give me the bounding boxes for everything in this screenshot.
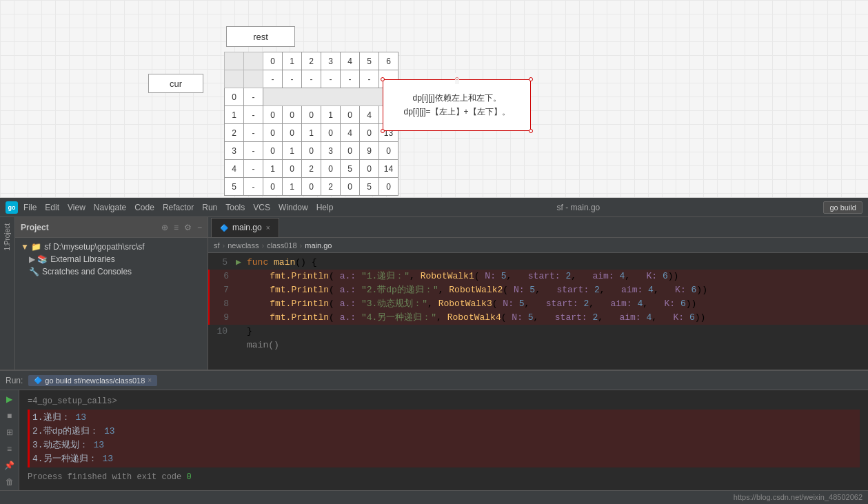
panel-icon-globe[interactable]: ⊕	[161, 223, 168, 232]
menu-bar: File Edit View Navigate Code Refactor Ru…	[23, 203, 333, 212]
menu-refactor[interactable]: Refactor	[163, 203, 194, 212]
rest-label: rest	[253, 32, 268, 42]
process-finished-line: Process finished with exit code 0	[28, 470, 860, 484]
go-build-button[interactable]: go build	[823, 201, 862, 214]
breadcrumb-file: main.go	[305, 241, 332, 250]
ide-area: go File Edit View Navigate Code Refactor…	[0, 198, 868, 504]
run-panel: Run: 🔷 go build sf/newclass/class018 × ▶…	[0, 370, 868, 490]
output-header: =4_go_setup_calls>	[28, 394, 860, 408]
breadcrumb-sf: sf	[214, 241, 220, 250]
tree-label-sf: sf D:\mysetup\gopath\src\sf	[44, 242, 144, 252]
breadcrumb-class018: class018	[267, 241, 296, 250]
diagram-area: rest cur 0123456 ------- 0- 1- 000104	[0, 0, 868, 198]
code-line-6: 6 fmt.Println( a.: "1.递归：", RobotWalk1( …	[208, 270, 868, 283]
menu-code[interactable]: Code	[134, 203, 154, 212]
code-tab-main[interactable]: 🔷 main.go ×	[211, 218, 279, 237]
code-line-9: 9 fmt.Println( a.: "4.另一种递归：", RobotWalk…	[208, 311, 868, 325]
breadcrumb: sf › newclass › class018 › main.go	[208, 238, 868, 253]
project-panel: Project ⊕ ≡ ⚙ − ▼ 📁 sf D:\mysetup\gopath…	[15, 217, 208, 370]
run-tab[interactable]: 🔷 go build sf/newclass/class018 ×	[28, 375, 157, 386]
dp-table: 0123456 ------- 0- 1- 0001040 2- 0010401…	[224, 52, 398, 196]
tab-bar: 🔷 main.go ×	[208, 217, 868, 238]
breadcrumb-newclass: newclass	[228, 241, 259, 250]
menu-help[interactable]: Help	[316, 203, 334, 212]
code-line-10: 10 }	[208, 325, 868, 339]
menu-window[interactable]: Window	[279, 203, 308, 212]
cur-label: cur	[170, 79, 182, 89]
tab-label-main: main.go	[232, 223, 262, 232]
project-tab-label[interactable]: 1:Project	[2, 221, 12, 253]
code-content[interactable]: 5 ▶ func main() { 6 fmt.Println( a.: "1.…	[208, 253, 868, 370]
code-line-7: 7 fmt.Println( a.: "2.带dp的递归：", RobotWal…	[208, 283, 868, 297]
run-output: =4_go_setup_calls> 1.递归： 13 2.带dp的递归： 13…	[19, 390, 868, 490]
title-bar: go File Edit View Navigate Code Refactor…	[0, 198, 868, 217]
run-tab-icon: 🔷	[34, 376, 42, 384]
run-tab-label: go build sf/newclass/class018	[45, 376, 145, 385]
code-line-5: 5 ▶ func main() {	[208, 256, 868, 270]
panel-icon-minus[interactable]: −	[197, 223, 202, 232]
tab-close-icon[interactable]: ×	[266, 224, 270, 232]
tree-label-scratches: Scratches and Consoles	[42, 267, 132, 276]
code-line-8: 8 fmt.Println( a.: "3.动态规划：", RobotWalk3…	[208, 297, 868, 311]
bottom-status-bar: https://blog.csdn.net/weixin_48502062	[0, 490, 868, 504]
ide-title: sf - main.go	[339, 203, 818, 212]
run-sidebar: ▶ ■ ⊞ ≡ 📌 🗑	[0, 390, 19, 490]
output-line-2: 2.带dp的递归： 13	[32, 425, 857, 439]
rest-box: rest	[226, 26, 295, 47]
ide-main: 1:Project Project ⊕ ≡ ⚙ − ▼ 📁 sf D:\myse…	[0, 217, 868, 370]
tree-item-scratches[interactable]: 🔧 Scratches and Consoles	[15, 265, 208, 278]
menu-file[interactable]: File	[23, 203, 37, 212]
menu-edit[interactable]: Edit	[45, 203, 59, 212]
cur-box: cur	[148, 74, 203, 93]
code-line-func-label: main()	[208, 339, 868, 352]
code-area: 🔷 main.go × sf › newclass › class018 › m…	[208, 217, 868, 370]
panel-icon-filter[interactable]: ≡	[174, 223, 179, 232]
go-logo: go	[6, 201, 18, 214]
run-stop-button[interactable]: ■	[3, 410, 16, 422]
run-play-button[interactable]: ▶	[3, 393, 16, 405]
go-file-icon: 🔷	[220, 224, 228, 232]
project-tree: ▼ 📁 sf D:\mysetup\gopath\src\sf ▶ 📚 Exte…	[15, 238, 208, 370]
annotation-line1: dp[i][j]依赖左上和左下。	[412, 92, 501, 105]
annotation-box: dp[i][j]依赖左上和左下。 dp[i][j]=【左上】+【左下】。	[383, 79, 531, 131]
run-pin-button[interactable]: 📌	[3, 459, 16, 472]
folder-icon-sf: ▼ 📁	[21, 242, 41, 252]
run-main: ▶ ■ ⊞ ≡ 📌 🗑 =4_go_setup_calls> 1.递归： 13	[0, 390, 868, 490]
run-rerun-button[interactable]: ⊞	[3, 426, 16, 439]
output-line-3: 3.动态规划： 13	[32, 439, 857, 452]
tree-item-external[interactable]: ▶ 📚 External Libraries	[15, 253, 208, 265]
menu-vcs[interactable]: VCS	[253, 203, 270, 212]
folder-icon-external: ▶ 📚	[29, 254, 48, 264]
panel-header: Project ⊕ ≡ ⚙ −	[15, 217, 208, 238]
output-line-4: 4.另一种递归： 13	[32, 452, 857, 466]
menu-tools[interactable]: Tools	[225, 203, 245, 212]
website-link: https://blog.csdn.net/weixin_48502062	[734, 493, 862, 501]
menu-run[interactable]: Run	[202, 203, 217, 212]
run-label: Run:	[6, 376, 23, 385]
run-trash-button[interactable]: 🗑	[3, 476, 16, 488]
annotation-line2: dp[i][j]=【左上】+【左下】。	[403, 105, 509, 119]
tree-label-external: External Libraries	[50, 254, 114, 264]
panel-title: Project	[21, 223, 156, 232]
output-line-1: 1.递归： 13	[32, 411, 857, 425]
icon-scratches: 🔧	[29, 267, 39, 276]
run-header: Run: 🔷 go build sf/newclass/class018 ×	[0, 371, 868, 390]
menu-navigate[interactable]: Navigate	[94, 203, 126, 212]
run-settings-button[interactable]: ≡	[3, 443, 16, 455]
panel-icon-settings[interactable]: ⚙	[184, 223, 192, 232]
vertical-tab: 1:Project	[0, 217, 15, 370]
output-results-block: 1.递归： 13 2.带dp的递归： 13 3.动态规划： 13 4.另一种递归…	[28, 410, 860, 467]
run-tab-close-icon[interactable]: ×	[148, 376, 152, 384]
tree-item-sf[interactable]: ▼ 📁 sf D:\mysetup\gopath\src\sf	[15, 241, 208, 253]
menu-view[interactable]: View	[68, 203, 85, 212]
